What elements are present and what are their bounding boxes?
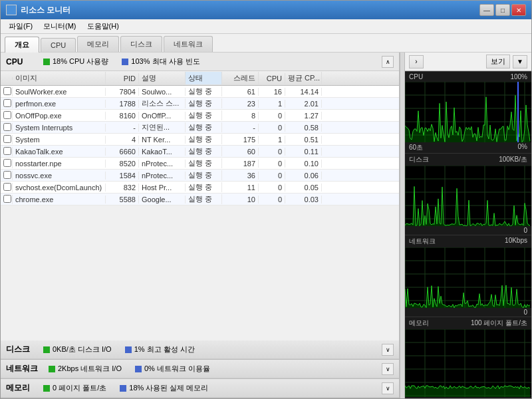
menu-help[interactable]: 도움말(H) <box>82 20 124 33</box>
row-check[interactable] <box>1 147 13 156</box>
row-thread: 175 <box>222 136 259 144</box>
row-avgcpu: 0.11 <box>285 148 322 156</box>
row-cpu: 0 <box>259 148 285 156</box>
row-checkbox[interactable] <box>3 159 11 167</box>
row-checkbox[interactable] <box>3 183 11 191</box>
row-check[interactable] <box>1 99 13 108</box>
row-cpu: 0 <box>259 184 285 192</box>
disk-section-header[interactable]: 디스크 0KB/초 디스크 I/O 1% 최고 활성 시간 ∨ <box>1 340 399 359</box>
graphs-container: CPU 100% 60초 0% 디스크 100KB/초 0 네트워크 10Kbp… <box>405 71 531 398</box>
table-row[interactable]: OnOffPop.exe 8160 OnOffP... 실행 중 8 0 1.2… <box>1 110 399 122</box>
network-section: 네트워크 2Kbps 네트워크 I/O 0% 네트워크 이용율 ∨ <box>1 360 399 379</box>
memory-section-header[interactable]: 메모리 0 페이지 폴트/초 18% 사용된 실제 메모리 ∨ <box>1 379 399 398</box>
row-check[interactable] <box>1 111 13 120</box>
tab-overview[interactable]: 개요 <box>5 37 39 53</box>
col-thread-header[interactable]: 스레드 <box>222 72 259 84</box>
row-cpu: 0 <box>259 112 285 120</box>
row-thread: 61 <box>222 88 259 96</box>
menu-file[interactable]: 파일(F) <box>3 20 38 33</box>
tab-disk[interactable]: 디스크 <box>120 36 162 52</box>
row-desc: Google... <box>139 196 186 203</box>
memory-stat2-dot <box>120 385 126 392</box>
row-checkbox[interactable] <box>3 195 11 203</box>
graph-block-0: CPU 100% 60초 0% <box>405 71 531 153</box>
graph-canvas-3 <box>405 329 531 397</box>
graph-label-row-2: 네트워크 10Kbps <box>405 235 531 247</box>
row-checkbox[interactable] <box>3 123 11 131</box>
row-check[interactable] <box>1 195 13 204</box>
graph-canvas-wrap-2 <box>405 247 531 308</box>
network-section-header[interactable]: 네트워크 2Kbps 네트워크 I/O 0% 네트워크 이용율 ∨ <box>1 360 399 378</box>
memory-stat2: 18% 사용된 실제 메모리 <box>120 383 208 393</box>
resize-divider[interactable] <box>400 53 405 398</box>
disk-expand-btn[interactable]: ∨ <box>382 344 394 356</box>
cpu-expand-btn[interactable]: ∧ <box>382 56 394 68</box>
tab-cpu[interactable]: CPU <box>41 38 76 52</box>
row-thread: 36 <box>222 172 259 180</box>
minimize-button[interactable]: — <box>479 4 494 16</box>
graph-bottom-right-0: 0% <box>518 143 527 152</box>
table-row[interactable]: SoulWorker.exe 7804 Soulwo... 실행 중 61 16… <box>1 86 399 98</box>
row-check[interactable] <box>1 159 13 168</box>
col-image-header[interactable]: 이미지 <box>13 72 106 84</box>
row-check[interactable] <box>1 87 13 96</box>
col-pid-header[interactable]: PID <box>106 73 139 84</box>
graph-title-1: 디스크 <box>409 155 429 164</box>
graph-block-1: 디스크 100KB/초 0 <box>405 153 531 235</box>
row-image: System Interrupts <box>13 124 106 132</box>
row-checkbox[interactable] <box>3 87 11 95</box>
row-checkbox[interactable] <box>3 171 11 179</box>
col-desc-header[interactable]: 설명 <box>139 72 186 84</box>
row-pid: 6660 <box>106 148 139 156</box>
row-desc: KakaoT... <box>139 148 186 156</box>
table-row[interactable]: KakaoTalk.exe 6660 KakaoT... 실행 중 60 0 0… <box>1 146 399 158</box>
row-check[interactable] <box>1 171 13 180</box>
col-check-header <box>1 77 13 80</box>
table-body[interactable]: SoulWorker.exe 7804 Soulwo... 실행 중 61 16… <box>1 86 399 340</box>
row-desc: Soulwo... <box>139 88 186 96</box>
nav-button[interactable]: › <box>409 55 424 68</box>
close-button[interactable]: ✕ <box>511 4 526 16</box>
table-row[interactable]: System 4 NT Ker... 실행 중 175 1 0.51 <box>1 134 399 146</box>
graph-label-row-0: CPU 100% <box>405 72 531 82</box>
table-row[interactable]: System Interrupts - 지연된... 실행 중 - 0 0.58 <box>1 122 399 134</box>
right-panel-header: › 보기 ▼ <box>405 53 531 71</box>
row-check[interactable] <box>1 135 13 144</box>
row-checkbox[interactable] <box>3 147 11 155</box>
table-row[interactable]: svchost.exe(DcomLaunch) 832 Host Pr... 실… <box>1 182 399 194</box>
row-avgcpu: 0.06 <box>285 172 322 180</box>
tab-network[interactable]: 네트워크 <box>164 36 213 52</box>
row-image: chrome.exe <box>13 196 106 203</box>
table-row[interactable]: nossvc.exe 1584 nProtec... 실행 중 36 0 0.0… <box>1 170 399 182</box>
row-checkbox[interactable] <box>3 111 11 119</box>
network-stat1: 2Kbps 네트워크 I/O <box>49 364 122 374</box>
row-checkbox[interactable] <box>3 99 11 107</box>
graph-title-0: CPU <box>409 73 423 80</box>
row-check[interactable] <box>1 123 13 132</box>
view-button[interactable]: 보기 <box>486 55 510 68</box>
memory-expand-btn[interactable]: ∨ <box>382 382 394 394</box>
col-state-header[interactable]: 상태 <box>186 72 222 84</box>
row-image: KakaoTalk.exe <box>13 148 106 156</box>
table-row[interactable]: nosstarter.npe 8520 nProtec... 실행 중 187 … <box>1 158 399 170</box>
col-avgcpu-header[interactable]: 평균 CP... <box>285 72 322 84</box>
table-row[interactable]: chrome.exe 5588 Google... 실행 중 10 0 0.03 <box>1 194 399 205</box>
menu-monitor[interactable]: 모니터(M) <box>38 20 82 33</box>
network-expand-btn[interactable]: ∨ <box>382 363 394 375</box>
row-avgcpu: 1.27 <box>285 112 322 120</box>
row-avgcpu: 0.03 <box>285 196 322 203</box>
row-checkbox[interactable] <box>3 135 11 143</box>
table-row[interactable]: perfmon.exe 1788 리소스 스... 실행 중 23 1 2.01 <box>1 98 399 110</box>
network-stat2-dot <box>135 366 142 372</box>
row-pid: 7804 <box>106 88 139 96</box>
cpu-stat2-dot <box>122 59 128 65</box>
col-cpu-header[interactable]: CPU <box>259 73 285 84</box>
view-dropdown-btn[interactable]: ▼ <box>513 55 527 68</box>
cpu-section-header[interactable]: CPU 18% CPU 사용량 103% 최대 사용 빈도 ∧ <box>1 53 399 71</box>
maximize-button[interactable]: □ <box>495 4 510 16</box>
row-check[interactable] <box>1 183 13 192</box>
tab-memory[interactable]: 메모리 <box>77 36 119 52</box>
disk-section: 디스크 0KB/초 디스크 I/O 1% 최고 활성 시간 ∨ <box>1 340 399 360</box>
row-desc: nProtec... <box>139 172 186 180</box>
row-thread: 60 <box>222 148 259 156</box>
